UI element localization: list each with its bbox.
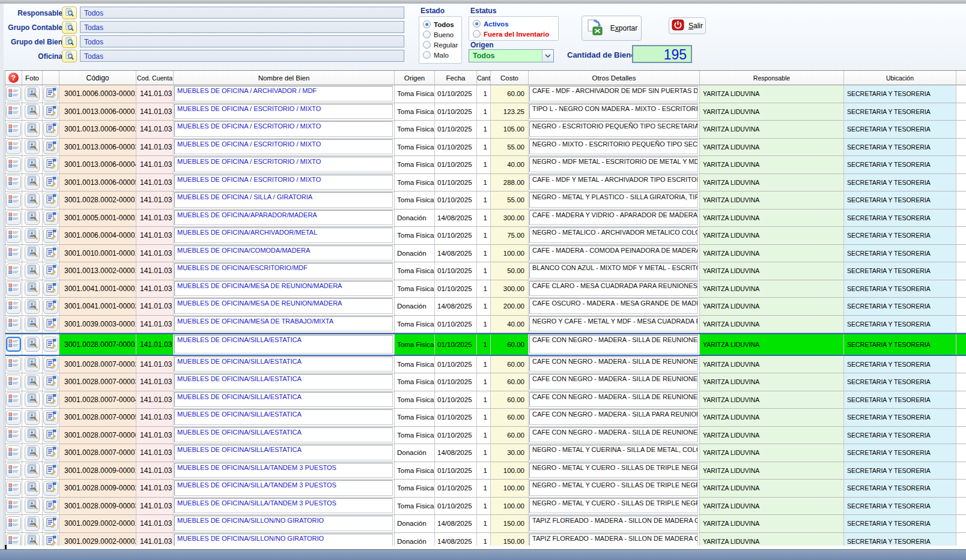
record-detail-button[interactable] — [6, 157, 21, 172]
photo-button[interactable] — [25, 498, 40, 513]
record-detail-button[interactable] — [6, 245, 21, 260]
record-detail-button[interactable] — [6, 228, 21, 243]
header-costo[interactable]: Costo — [491, 71, 529, 85]
photo-button[interactable] — [25, 104, 40, 119]
record-detail-button[interactable] — [6, 463, 21, 478]
properties-button[interactable] — [43, 445, 58, 460]
photo-button[interactable] — [25, 139, 40, 154]
header-actions[interactable] — [43, 71, 59, 85]
responsable-lookup-button[interactable] — [62, 7, 77, 19]
table-row[interactable]: 3001.0028.0009-00003 141.01.03 MUEBLES D… — [5, 498, 966, 516]
properties-button[interactable] — [43, 157, 58, 172]
header-help[interactable]: ? — [5, 71, 22, 85]
properties-button[interactable] — [43, 463, 58, 478]
header-cod-cuenta[interactable]: Cod. Cuenta — [136, 71, 174, 85]
table-row[interactable]: 3001.0028.0002-00001 141.01.03 MUEBLES D… — [5, 191, 966, 209]
header-foto[interactable]: Foto — [22, 71, 43, 85]
table-row[interactable]: 3001.0028.0007-00007 141.01.03 MUEBLES D… — [5, 444, 966, 462]
photo-button[interactable] — [25, 263, 40, 278]
header-codigo[interactable]: Código — [59, 71, 136, 85]
photo-button[interactable] — [25, 357, 40, 372]
record-detail-button[interactable] — [6, 316, 21, 331]
table-row[interactable]: 3001.0028.0007-00005 141.01.03 MUEBLES D… — [5, 409, 966, 427]
header-responsable[interactable]: Responsable — [700, 71, 844, 85]
table-row[interactable]: 3001.0039.0003-00001 141.01.03 MUEBLES D… — [5, 316, 966, 334]
photo-button[interactable] — [25, 427, 40, 442]
table-row[interactable]: 3001.0029.0002-00001 141.01.03 MUEBLES D… — [5, 515, 966, 533]
header-nombre-del-bien[interactable]: Nombre del Bien — [174, 71, 395, 85]
record-detail-button[interactable] — [6, 427, 21, 442]
properties-button[interactable] — [43, 122, 58, 137]
record-detail-button[interactable] — [6, 122, 21, 137]
photo-button[interactable] — [25, 175, 40, 190]
table-row[interactable]: 3001.0028.0007-00004 141.01.03 MUEBLES D… — [5, 391, 966, 409]
photo-button[interactable] — [25, 375, 40, 390]
photo-button[interactable] — [25, 463, 40, 478]
table-row[interactable]: 3001.0028.0007-00006 141.01.03 MUEBLES D… — [5, 427, 966, 445]
record-detail-button[interactable] — [6, 375, 21, 390]
photo-button[interactable] — [25, 228, 40, 243]
properties-button[interactable] — [43, 175, 58, 190]
estatus-option-activos[interactable]: Activos — [469, 19, 558, 29]
record-detail-button[interactable] — [6, 410, 21, 425]
photo-button[interactable] — [25, 445, 40, 460]
properties-button[interactable] — [43, 245, 58, 260]
responsable-field[interactable]: Todos — [80, 7, 404, 19]
exportar-button[interactable]: Exportar — [582, 16, 642, 41]
properties-button[interactable] — [43, 193, 58, 208]
record-detail-button[interactable] — [6, 299, 21, 314]
table-row[interactable]: 3001.0013.0006-00001 141.01.03 MUEBLES D… — [5, 103, 966, 121]
grupo-contable-lookup-button[interactable] — [62, 21, 77, 34]
record-detail-button[interactable] — [6, 281, 21, 296]
record-detail-button[interactable] — [6, 481, 21, 496]
photo-button[interactable] — [25, 122, 40, 137]
estado-option-todos[interactable]: Todos — [419, 19, 461, 29]
photo-button[interactable] — [25, 392, 40, 407]
grupo-contable-field[interactable]: Todas — [80, 21, 404, 33]
table-row[interactable]: 3001.0013.0006-00004 141.01.03 MUEBLES D… — [5, 156, 966, 174]
record-detail-button[interactable] — [6, 175, 21, 190]
origen-select[interactable]: Todos — [469, 49, 554, 62]
header-otros-detalles[interactable]: Otros Detalles — [529, 71, 700, 85]
table-row[interactable]: 3001.0006.0004-00001 141.01.03 MUEBLES D… — [5, 227, 966, 245]
table-row[interactable]: 3001.0041.0001-00002 141.01.03 MUEBLES D… — [5, 298, 966, 316]
photo-button[interactable] — [25, 86, 40, 101]
table-row[interactable]: 3001.0013.0006-00003 141.01.03 MUEBLES D… — [5, 139, 966, 157]
record-detail-button[interactable] — [6, 86, 21, 101]
table-row[interactable]: 3001.0013.0006-00002 141.01.03 MUEBLES D… — [5, 121, 966, 139]
record-detail-button[interactable] — [6, 210, 21, 225]
table-row[interactable]: 3001.0028.0007-00003 141.01.03 MUEBLES D… — [5, 373, 966, 391]
header-cant[interactable]: Cant — [477, 71, 491, 85]
estado-option-malo[interactable]: Malo — [419, 50, 461, 60]
properties-button[interactable] — [43, 86, 58, 101]
properties-button[interactable] — [43, 375, 58, 390]
record-detail-button[interactable] — [6, 139, 21, 154]
photo-button[interactable] — [25, 337, 40, 352]
photo-button[interactable] — [25, 516, 40, 531]
photo-button[interactable] — [25, 157, 40, 172]
properties-button[interactable] — [43, 392, 58, 407]
record-detail-button[interactable] — [6, 516, 21, 531]
estado-option-bueno[interactable]: Bueno — [419, 29, 461, 40]
photo-button[interactable] — [25, 410, 40, 425]
record-detail-button[interactable] — [6, 498, 21, 513]
record-detail-button[interactable] — [6, 392, 21, 407]
record-detail-button[interactable] — [6, 337, 21, 352]
oficina-field[interactable]: Todas — [80, 50, 404, 62]
properties-button[interactable] — [43, 410, 58, 425]
record-detail-button[interactable] — [6, 357, 21, 372]
header-fecha[interactable]: Fecha — [435, 71, 477, 85]
table-row[interactable]: 3001.0028.0009-00001 141.01.03 MUEBLES D… — [5, 462, 966, 480]
record-detail-button[interactable] — [6, 445, 21, 460]
properties-button[interactable] — [43, 481, 58, 496]
record-detail-button[interactable] — [6, 193, 21, 208]
properties-button[interactable] — [43, 228, 58, 243]
properties-button[interactable] — [43, 337, 58, 352]
properties-button[interactable] — [43, 263, 58, 278]
properties-button[interactable] — [43, 104, 58, 119]
photo-button[interactable] — [25, 316, 40, 331]
photo-button[interactable] — [25, 481, 40, 496]
properties-button[interactable] — [43, 281, 58, 296]
record-detail-button[interactable] — [6, 104, 21, 119]
grupo-del-bien-field[interactable]: Todos — [80, 35, 404, 47]
